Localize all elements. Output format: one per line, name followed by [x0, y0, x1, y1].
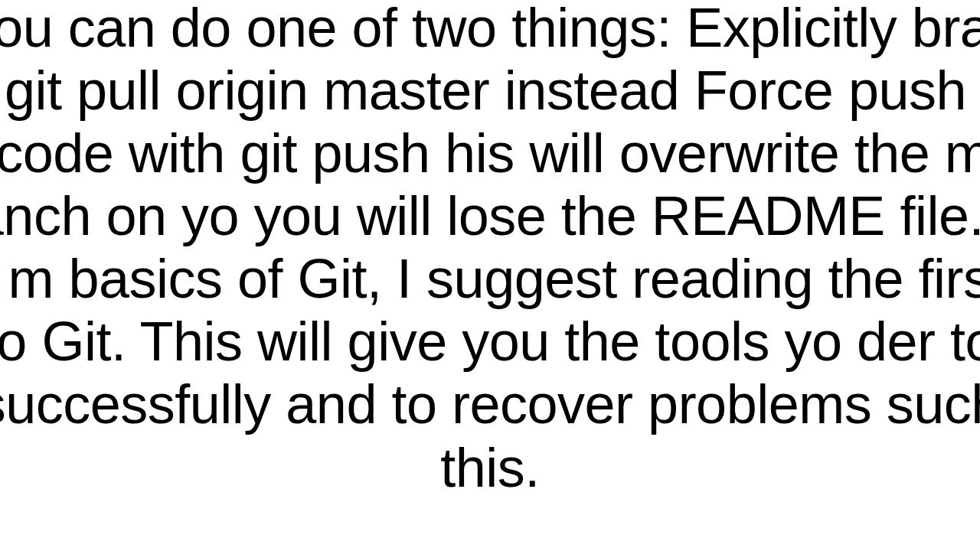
body-paragraph: 1: You can do one of two things: Explici…	[0, 0, 980, 499]
document-viewport: 1: You can do one of two things: Explici…	[0, 0, 980, 499]
